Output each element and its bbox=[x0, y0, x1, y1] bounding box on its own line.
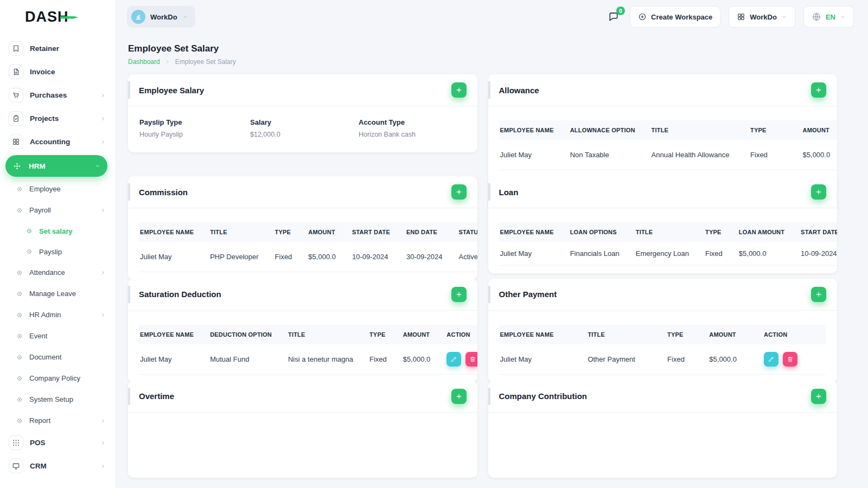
plus-icon bbox=[815, 86, 822, 94]
sidebar-item-payslip[interactable]: Payslip bbox=[0, 241, 115, 262]
field-value: $12,000.0 bbox=[250, 131, 359, 138]
sidebar-item-label: Retainer bbox=[30, 44, 106, 53]
table-row: Juliet MayFinancials LoanEmergency LoanF… bbox=[499, 242, 838, 266]
table-wrap: EMPLOYEE NAMEDEDUCTION OPTIONTITLETYPEAM… bbox=[139, 325, 467, 375]
add-overtime-button[interactable] bbox=[451, 389, 467, 404]
card-overtime: Overtime bbox=[128, 381, 477, 478]
other-payment-table: EMPLOYEE NAMETITLETYPEAMOUNTACTIONJuliet… bbox=[499, 325, 827, 375]
add-company-contribution-button[interactable] bbox=[811, 389, 826, 404]
globe-icon bbox=[812, 12, 821, 22]
language-button[interactable]: EN bbox=[803, 6, 854, 28]
cell: Fixed bbox=[705, 242, 739, 266]
column-header: EMPLOYEE NAME bbox=[499, 325, 588, 344]
chevron-down-icon bbox=[781, 14, 787, 20]
table-wrap: EMPLOYEE NAMETITLETYPEAMOUNTACTIONJuliet… bbox=[499, 325, 827, 375]
plus-icon bbox=[815, 393, 822, 400]
sidebar-item-hrm[interactable]: HRM bbox=[5, 155, 107, 177]
column-header: AMOUNT bbox=[308, 222, 352, 242]
delete-button[interactable] bbox=[783, 352, 797, 367]
create-workspace-button[interactable]: Create Workspace bbox=[630, 6, 720, 28]
column-header: TYPE bbox=[667, 325, 709, 344]
sidebar-item-company-policy[interactable]: Company Policy bbox=[0, 368, 115, 389]
table-row: Juliet MayPHP DeveloperFixed$5,000.010-0… bbox=[139, 242, 477, 272]
accounting-icon bbox=[9, 134, 23, 149]
column-header: TYPE bbox=[275, 222, 309, 242]
dash-logo[interactable]: DASH bbox=[0, 0, 115, 34]
crm-icon bbox=[9, 459, 23, 473]
field-label: Salary bbox=[250, 118, 359, 126]
workspace-avatar-icon bbox=[131, 10, 145, 24]
sidebar-item-crm[interactable]: CRM bbox=[0, 454, 115, 478]
plus-icon bbox=[815, 291, 822, 298]
chevron-right-icon bbox=[100, 92, 106, 99]
column-header: TITLE bbox=[636, 222, 705, 242]
cell: Financials Loan bbox=[570, 242, 636, 266]
sidebar-item-set-salary[interactable]: Set salary bbox=[0, 221, 115, 241]
field-label: Account Type bbox=[359, 118, 467, 126]
add-saturation-deduction-button[interactable] bbox=[451, 287, 467, 302]
add-other-payment-button[interactable] bbox=[811, 287, 826, 302]
sidebar-item-system-setup[interactable]: System Setup bbox=[0, 389, 115, 410]
sidebar-item-report[interactable]: Report bbox=[0, 410, 115, 431]
sidebar-item-purchases[interactable]: Purchases bbox=[0, 84, 115, 107]
chevron-right-icon bbox=[100, 207, 106, 214]
workspace-menu-label: WorkDo bbox=[750, 13, 777, 21]
cell: Emergency Loan bbox=[636, 242, 705, 266]
column-header: LOAN OPTIONS bbox=[570, 222, 636, 242]
card-saturation-deduction: Saturation Deduction EMPLOYEE NAMEDEDUCT… bbox=[128, 279, 477, 382]
actions-cell bbox=[446, 344, 477, 375]
field-value: Horizon Bank cash bbox=[359, 131, 467, 138]
workspace-menu-button[interactable]: WorkDo bbox=[729, 6, 795, 28]
sidebar-item-manage-leave[interactable]: Manage Leave bbox=[0, 283, 115, 304]
add-allowance-button[interactable] bbox=[811, 82, 826, 98]
plus-icon bbox=[455, 291, 463, 298]
edit-button[interactable] bbox=[764, 352, 778, 367]
cell: $5,000.0 bbox=[803, 140, 837, 170]
field-payslip-type: Payslip TypeHourly Payslip bbox=[139, 118, 250, 138]
sidebar-item-label: Document bbox=[29, 353, 106, 361]
add-loan-button[interactable] bbox=[811, 184, 826, 200]
cell: Active bbox=[458, 242, 477, 272]
sidebar-item-accounting[interactable]: Accounting bbox=[0, 130, 115, 153]
add-employee-salary-button[interactable] bbox=[451, 82, 467, 98]
sidebar-item-employee[interactable]: Employee bbox=[0, 178, 115, 200]
delete-button[interactable] bbox=[465, 352, 477, 367]
card-employee-salary: Employee Salary Payslip TypeHourly Paysl… bbox=[128, 74, 477, 152]
card-company-contribution: Company Contribution bbox=[488, 381, 838, 478]
hrm-icon bbox=[10, 159, 23, 174]
sidebar-item-retainer[interactable]: Retainer bbox=[0, 37, 115, 60]
column-header: EMPLOYEE NAME bbox=[499, 120, 570, 140]
sidebar-item-label: Manage Leave bbox=[29, 290, 106, 298]
pencil-icon bbox=[768, 356, 775, 363]
table-wrap: EMPLOYEE NAMELOAN OPTIONSTITLETYPELOAN A… bbox=[499, 222, 827, 266]
messages-button[interactable]: 0 bbox=[605, 9, 622, 25]
table-wrap: EMPLOYEE NAMETITLETYPEAMOUNTSTART DATEEN… bbox=[139, 222, 467, 272]
pencil-icon bbox=[450, 356, 457, 363]
sidebar-item-label: Accounting bbox=[30, 138, 100, 146]
sidebar-item-invoice[interactable]: Invoice bbox=[0, 60, 115, 84]
sidebar-item-label: Employee bbox=[29, 185, 106, 193]
sidebar-item-document[interactable]: Document bbox=[0, 346, 115, 368]
bullet-icon bbox=[15, 185, 24, 194]
sidebar-item-pos[interactable]: POS bbox=[0, 431, 115, 454]
edit-button[interactable] bbox=[446, 352, 461, 367]
sidebar-item-attendance[interactable]: Attendance bbox=[0, 262, 115, 283]
details-grid: Payslip TypeHourly PayslipSalary$12,000.… bbox=[128, 106, 477, 152]
column-header: ACTION bbox=[446, 325, 477, 344]
card-header: Other Payment bbox=[488, 279, 838, 311]
cards-grid: Employee Salary Payslip TypeHourly Paysl… bbox=[115, 66, 868, 488]
cell: Non Taxable bbox=[570, 140, 652, 170]
sidebar-item-label: Event bbox=[29, 332, 106, 340]
sidebar-item-payroll[interactable]: Payroll bbox=[0, 200, 115, 221]
sidebar-item-hr-admin[interactable]: HR Admin bbox=[0, 304, 115, 325]
workspace-selector[interactable]: WorkDo bbox=[127, 6, 195, 28]
breadcrumb-dashboard-link[interactable]: Dashboard bbox=[128, 58, 160, 66]
add-commission-button[interactable] bbox=[451, 184, 467, 200]
column-header: TITLE bbox=[288, 325, 369, 344]
cell: Juliet May bbox=[139, 344, 210, 375]
column-header: TYPE bbox=[750, 120, 803, 140]
sidebar-item-label: HRM bbox=[29, 162, 94, 170]
sidebar-item-label: CRM bbox=[30, 462, 100, 470]
sidebar-item-event[interactable]: Event bbox=[0, 325, 115, 346]
sidebar-item-projects[interactable]: Projects bbox=[0, 107, 115, 130]
